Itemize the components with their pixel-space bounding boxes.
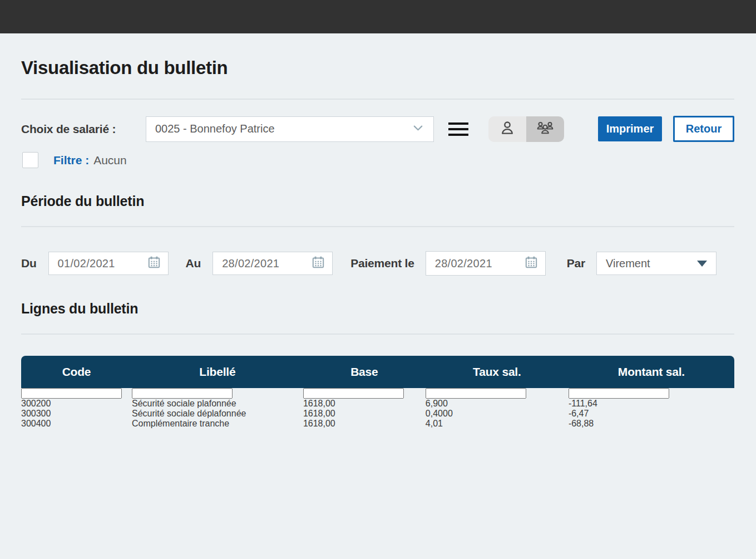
cell-montant: -111,64 bbox=[569, 399, 734, 409]
period-section-heading: Période du bulletin bbox=[21, 193, 734, 209]
column-header-base: Base bbox=[303, 356, 426, 388]
cell-montant: -6,47 bbox=[569, 409, 734, 419]
payment-method-select[interactable]: Virement bbox=[596, 252, 717, 275]
triangle-down-icon bbox=[697, 261, 707, 267]
calendar-icon bbox=[525, 256, 538, 271]
column-header-taux: Taux sal. bbox=[426, 356, 569, 388]
all-employees-toggle[interactable] bbox=[526, 116, 564, 142]
lines-section-heading: Lignes du bulletin bbox=[21, 301, 734, 317]
from-label: Du bbox=[21, 257, 37, 270]
filter-montant-input[interactable] bbox=[569, 388, 669, 399]
to-date-value: 28/02/2021 bbox=[222, 257, 279, 270]
filter-base-input[interactable] bbox=[303, 388, 404, 399]
top-bar bbox=[0, 0, 756, 33]
filter-code-input[interactable] bbox=[21, 388, 122, 399]
filter-libelle-input[interactable] bbox=[132, 388, 233, 399]
table-header-row: Code Libellé Base Taux sal. Montant sal. bbox=[21, 356, 734, 388]
cell-taux: 0,4000 bbox=[426, 409, 569, 419]
payment-method-label: Par bbox=[567, 257, 585, 270]
cell-code: 300300 bbox=[21, 409, 132, 419]
cell-base: 1618,00 bbox=[303, 409, 426, 419]
payment-date-label: Paiement le bbox=[350, 257, 414, 270]
cell-taux: 4,01 bbox=[426, 419, 569, 429]
column-header-montant: Montant sal. bbox=[569, 356, 734, 388]
lines-divider bbox=[21, 334, 734, 335]
title-divider bbox=[21, 99, 734, 100]
print-button[interactable]: Imprimer bbox=[598, 116, 662, 141]
table-row[interactable]: 300400 Complémentaire tranche 1618,00 4,… bbox=[21, 419, 734, 429]
to-date-field[interactable]: 28/02/2021 bbox=[213, 252, 333, 275]
filter-value: Aucun bbox=[93, 154, 127, 167]
cell-libelle: Complémentaire tranche bbox=[132, 419, 303, 429]
chevron-down-icon bbox=[412, 121, 424, 136]
filter-row: Filtre : Aucun bbox=[21, 152, 734, 168]
people-group-icon bbox=[536, 120, 555, 138]
filter-label: Filtre : bbox=[53, 154, 89, 167]
from-date-value: 01/02/2021 bbox=[58, 257, 115, 270]
cell-base: 1618,00 bbox=[303, 399, 426, 409]
payment-date-value: 28/02/2021 bbox=[435, 257, 492, 270]
column-header-libelle: Libellé bbox=[132, 356, 303, 388]
column-header-code: Code bbox=[21, 356, 132, 388]
cell-base: 1618,00 bbox=[303, 419, 426, 429]
from-date-field[interactable]: 01/02/2021 bbox=[48, 252, 169, 275]
bulletin-lines-table: Code Libellé Base Taux sal. Montant sal.… bbox=[21, 356, 734, 429]
back-button[interactable]: Retour bbox=[673, 116, 734, 142]
person-icon bbox=[498, 119, 516, 139]
filter-taux-input[interactable] bbox=[426, 388, 526, 399]
cell-code: 300200 bbox=[21, 399, 132, 409]
period-fields-row: Du 01/02/2021 Au 28/02/2021 bbox=[21, 251, 734, 276]
to-label: Au bbox=[186, 257, 201, 270]
cell-taux: 6,900 bbox=[426, 399, 569, 409]
payment-date-field[interactable]: 28/02/2021 bbox=[426, 251, 546, 276]
bulletin-page: Visualisation du bulletin Choix de salar… bbox=[0, 57, 756, 429]
employee-select-label: Choix de salarié : bbox=[21, 122, 130, 136]
page-title: Visualisation du bulletin bbox=[21, 57, 734, 79]
employee-toolbar: Choix de salarié : 0025 - Bonnefoy Patri… bbox=[21, 116, 734, 142]
table-row-selected[interactable]: 300200 Sécurité sociale plafonnée 1618,0… bbox=[21, 399, 734, 409]
period-divider bbox=[21, 226, 734, 227]
table-row[interactable]: 300300 Sécurité sociale déplafonnée 1618… bbox=[21, 409, 734, 419]
cell-code: 300400 bbox=[21, 419, 132, 429]
employee-select-value: 0025 - Bonnefoy Patrice bbox=[155, 122, 275, 135]
payment-method-value: Virement bbox=[606, 257, 650, 270]
filter-checkbox[interactable] bbox=[22, 152, 38, 168]
cell-libelle: Sécurité sociale plafonnée bbox=[132, 399, 303, 409]
calendar-icon bbox=[147, 256, 161, 271]
cell-montant: -68,88 bbox=[569, 419, 734, 429]
calendar-icon bbox=[312, 256, 325, 271]
cell-libelle: Sécurité sociale déplafonnée bbox=[132, 409, 303, 419]
single-employee-toggle[interactable] bbox=[488, 116, 526, 142]
table-filter-row bbox=[21, 388, 734, 399]
view-mode-segmented-control bbox=[488, 116, 564, 142]
menu-icon[interactable] bbox=[448, 119, 468, 139]
employee-select[interactable]: 0025 - Bonnefoy Patrice bbox=[146, 116, 434, 142]
